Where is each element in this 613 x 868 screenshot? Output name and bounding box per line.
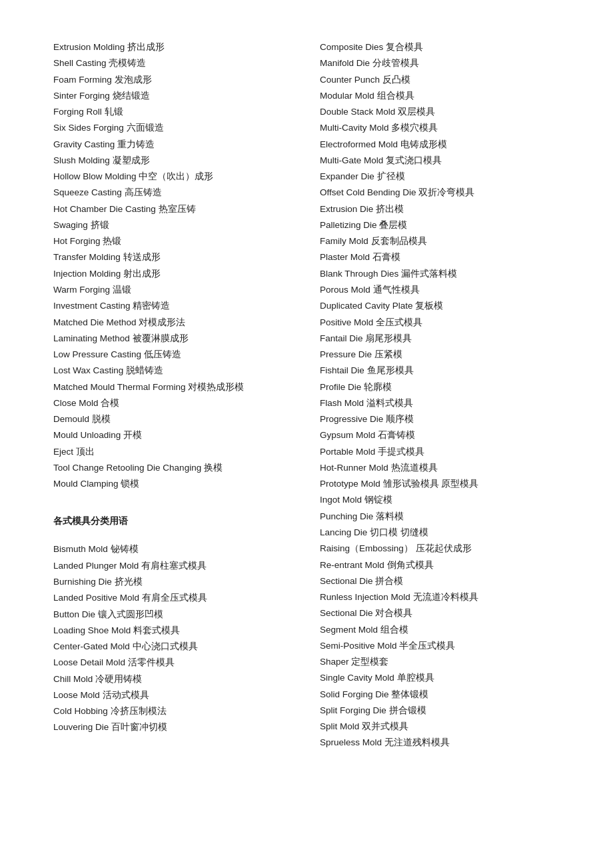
list-item: Landed Plunger Mold 有肩柱塞式模具 [53, 559, 293, 573]
list-item: Positive Mold 全压式模具 [320, 315, 560, 330]
list-item: Investment Casting 精密铸造 [53, 299, 293, 313]
list-item: Hot-Runner Mold 热流道模具 [320, 461, 560, 475]
section-heading: 各式模具分类用语 [53, 515, 293, 527]
list-item: Loose Mold 活动式模具 [53, 688, 293, 703]
list-item: Progressive Die 顺序模 [320, 412, 560, 427]
list-item: Demould 脱模 [53, 412, 293, 427]
list-item: Sinter Forging 烧结锻造 [53, 89, 293, 103]
list-item: Mould Clamping 锁模 [53, 477, 293, 491]
main-content: Extrusion Molding 挤出成形Shell Casting 壳模铸造… [53, 40, 560, 751]
list-item: Button Die 镶入式圆形凹模 [53, 607, 293, 622]
list-item: Fantail Die 扇尾形模具 [320, 331, 560, 346]
list-item: Split Forging Die 拼合锻模 [320, 703, 560, 718]
list-item: Eject 顶出 [53, 445, 293, 459]
list-item: Chill Mold 冷硬用铸模 [53, 672, 293, 687]
list-item: Warm Forging 温锻 [53, 283, 293, 297]
list-item: Multi-Cavity Mold 多模穴模具 [320, 121, 560, 135]
list-item: Raising（Embossing） 压花起伏成形 [320, 541, 560, 556]
list-item: Transfer Molding 转送成形 [53, 250, 293, 265]
list-item: Re-entrant Mold 倒角式模具 [320, 558, 560, 573]
list-item: Plaster Mold 石膏模 [320, 250, 560, 265]
list-item: Laminating Method 被覆淋膜成形 [53, 331, 293, 346]
list-item: Lost Wax Casting 脱蜡铸造 [53, 363, 293, 378]
list-item: Expander Die 扩径模 [320, 169, 560, 184]
list-item: Hot Forging 热锻 [53, 234, 293, 249]
list-item: Manifold Die 分歧管模具 [320, 56, 560, 71]
list-item: Punching Die 落料模 [320, 509, 560, 524]
list-item: Injection Molding 射出成形 [53, 267, 293, 281]
list-item: Loose Detail Mold 活零件模具 [53, 655, 293, 670]
list-item: Single Cavity Mold 单腔模具 [320, 671, 560, 685]
list-item: Segment Mold 组合模 [320, 623, 560, 637]
list-item: Burnishing Die 挤光模 [53, 575, 293, 589]
list-item: Multi-Gate Mold 复式浇口模具 [320, 153, 560, 168]
list-item: Shell Casting 壳模铸造 [53, 56, 293, 71]
list-item: Extrusion Molding 挤出成形 [53, 40, 293, 55]
list-item: Flash Mold 溢料式模具 [320, 396, 560, 411]
list-item: Portable Mold 手提式模具 [320, 445, 560, 459]
list-item: Mould Unloading 开模 [53, 428, 293, 443]
list-item: Double Stack Mold 双层模具 [320, 105, 560, 119]
list-item: Profile Die 轮廓模 [320, 380, 560, 395]
list-item: Louvering Die 百叶窗冲切模 [53, 720, 293, 735]
list-item: Porous Mold 通气性模具 [320, 283, 560, 297]
list-item: Palletizing Die 叠层模 [320, 218, 560, 233]
list-item: Six Sides Forging 六面锻造 [53, 121, 293, 135]
list-item: Split Mold 双并式模具 [320, 719, 560, 734]
list-item: Gypsum Mold 石膏铸模 [320, 428, 560, 443]
list-item: Sectional Die 对合模具 [320, 606, 560, 621]
list-item: Sectional Die 拼合模 [320, 574, 560, 589]
list-item: Solid Forging Die 整体锻模 [320, 687, 560, 702]
list-item: Duplicated Cavity Plate 复板模 [320, 299, 560, 313]
right-column: Composite Dies 复合模具Manifold Die 分歧管模具Cou… [320, 40, 560, 751]
list-item: Loading Shoe Mold 料套式模具 [53, 623, 293, 638]
list-item: Squeeze Casting 高压铸造 [53, 185, 293, 200]
list-item: Sprueless Mold 无注道残料模具 [320, 735, 560, 750]
list-item: Hot Chamber Die Casting 热室压铸 [53, 202, 293, 217]
list-item: Offset Cold Bending Die 双折冷弯模具 [320, 185, 560, 200]
list-item: Counter Punch 反凸模 [320, 73, 560, 87]
list-item: Gravity Casting 重力铸造 [53, 137, 293, 152]
list-item: Close Mold 合模 [53, 396, 293, 411]
list-item: Hollow Blow Molding 中空（吹出）成形 [53, 169, 293, 184]
list-item: Foam Forming 发泡成形 [53, 73, 293, 87]
list-item: Family Mold 反套制品模具 [320, 234, 560, 249]
list-item: Blank Through Dies 漏件式落料模 [320, 267, 560, 281]
list-item: Runless Injection Mold 无流道冷料模具 [320, 590, 560, 605]
list-item: Swaging 挤锻 [53, 218, 293, 233]
list-item: Cold Hobbing 冷挤压制模法 [53, 704, 293, 719]
list-item: Forging Roll 轧锻 [53, 105, 293, 119]
list-item: Pressure Die 压紧模 [320, 347, 560, 362]
list-item: Landed Positive Mold 有肩全压式模具 [53, 591, 293, 605]
list-item: Extrusion Die 挤出模 [320, 202, 560, 217]
list-item: Bismuth Mold 铋铸模 [53, 542, 293, 557]
list-item: Slush Molding 凝塑成形 [53, 153, 293, 168]
list-item: Shaper 定型模套 [320, 655, 560, 669]
list-item: Composite Dies 复合模具 [320, 40, 560, 55]
list-item: Ingot Mold 钢锭模 [320, 493, 560, 507]
list-item: Modular Mold 组合模具 [320, 89, 560, 103]
list-item: Electroformed Mold 电铸成形模 [320, 137, 560, 152]
list-item: Lancing Die 切口模 切缝模 [320, 525, 560, 540]
spacer [53, 493, 293, 499]
list-item: Matched Die Method 对模成形法 [53, 315, 293, 330]
list-item: Fishtail Die 鱼尾形模具 [320, 363, 560, 378]
list-item: Prototype Mold 雏形试验模具 原型模具 [320, 477, 560, 491]
list-item: Low Pressure Casting 低压铸造 [53, 347, 293, 362]
list-item: Center-Gated Mold 中心浇口式模具 [53, 639, 293, 654]
left-column: Extrusion Molding 挤出成形Shell Casting 壳模铸造… [53, 40, 293, 751]
list-item: Tool Change Retooling Die Changing 换模 [53, 461, 293, 475]
spacer [53, 534, 293, 541]
list-item: Semi-Positive Mold 半全压式模具 [320, 639, 560, 653]
list-item: Matched Mould Thermal Forming 对模热成形模 [53, 380, 293, 395]
